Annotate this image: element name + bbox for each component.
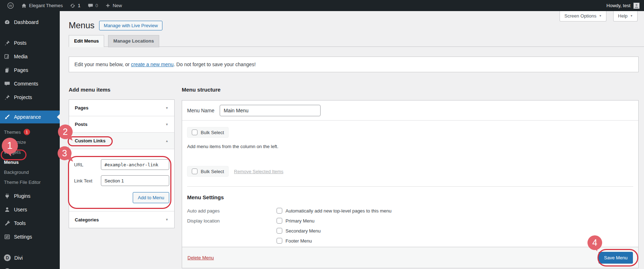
- tab-edit-menus[interactable]: Edit Menus: [69, 35, 104, 47]
- secondary-menu-checkbox[interactable]: [277, 228, 282, 234]
- svg-text:W: W: [9, 4, 12, 8]
- bulk-select-checkbox[interactable]: [192, 168, 197, 174]
- accordion-label: Pages: [75, 105, 88, 111]
- footer-menu-checkbox[interactable]: [277, 238, 282, 244]
- sidebar-item-settings[interactable]: Settings: [0, 231, 60, 243]
- auto-add-pages-row: Auto add pages Automatically add new top…: [187, 208, 633, 214]
- location-option-label: Primary Menu: [286, 218, 314, 224]
- menu-name-row: Menu Name: [182, 101, 638, 121]
- location-option-footer[interactable]: Footer Menu: [277, 238, 321, 244]
- wordpress-logo-menu[interactable]: W: [4, 0, 18, 11]
- bulk-select-toggle-top[interactable]: Bulk Select: [187, 127, 229, 138]
- menu-structure-body: Bulk Select Add menu items from the colu…: [182, 121, 638, 247]
- location-option-secondary[interactable]: Secondary Menu: [277, 228, 321, 234]
- new-content-menu[interactable]: New: [102, 0, 126, 11]
- chevron-down-icon: ▼: [599, 14, 602, 18]
- sidebar-item-pages[interactable]: Pages: [0, 64, 60, 76]
- sidebar-item-label: Posts: [14, 40, 26, 46]
- auto-add-pages-checkbox[interactable]: [277, 208, 282, 214]
- auto-add-pages-label: Auto add pages: [187, 208, 277, 214]
- sidebar-item-comments[interactable]: Comments: [0, 78, 60, 90]
- submenu-item-themes[interactable]: Themes 1: [0, 127, 60, 137]
- comment-bubble-icon: [88, 3, 93, 9]
- avatar: [633, 3, 640, 9]
- accordion-posts[interactable]: Posts ▼: [69, 116, 174, 133]
- location-option-primary[interactable]: Primary Menu: [277, 218, 321, 224]
- submenu-item-label: Background: [4, 170, 29, 175]
- annotation-step-4: 4: [587, 235, 602, 250]
- bulk-select-toggle-bottom[interactable]: Bulk Select: [187, 166, 229, 177]
- chevron-down-icon: ▼: [630, 14, 633, 18]
- sidebar-item-tools[interactable]: Tools: [0, 217, 60, 229]
- submenu-item-background[interactable]: Background: [0, 167, 60, 177]
- pin-icon: [4, 94, 10, 101]
- settings-icon: [4, 234, 10, 240]
- accordion-label: Categories: [75, 217, 99, 222]
- sidebar-item-dashboard[interactable]: Dashboard: [0, 16, 60, 28]
- chevron-up-icon: ▲: [165, 139, 169, 143]
- bulk-select-checkbox[interactable]: [192, 129, 197, 135]
- account-menu[interactable]: Howdy, test: [606, 3, 644, 9]
- site-name-link[interactable]: Elegant Themes: [18, 0, 66, 11]
- sidebar-separator: [0, 244, 60, 251]
- updates-link[interactable]: 1: [66, 0, 84, 11]
- brush-icon: [4, 114, 10, 120]
- menu-structure-heading: Menu structure: [182, 87, 220, 93]
- sidebar-item-label: Comments: [14, 81, 38, 87]
- sidebar-item-posts[interactable]: Posts: [0, 37, 60, 49]
- annotation-step-3: 3: [58, 146, 72, 160]
- accordion-label: Posts: [75, 122, 87, 127]
- divider: [187, 186, 633, 187]
- sidebar-item-label: Divi: [14, 255, 23, 261]
- menu-settings-heading: Menu Settings: [187, 194, 633, 200]
- help-button[interactable]: Help ▼: [613, 11, 638, 21]
- sidebar-item-collapse-menu[interactable]: ◀ Collapse menu: [0, 265, 60, 269]
- auto-add-pages-option[interactable]: Automatically add new top-level pages to…: [277, 208, 391, 214]
- wrench-icon: [4, 220, 10, 226]
- page-header: Menus Manage with Live Preview: [69, 20, 162, 30]
- updates-icon: [70, 3, 75, 9]
- sidebar-item-label: Projects: [14, 94, 32, 100]
- sidebar-item-projects[interactable]: Projects: [0, 91, 60, 103]
- screen-options-button[interactable]: Screen Options ▼: [560, 11, 606, 21]
- comments-link[interactable]: 0: [84, 0, 102, 11]
- sidebar-item-label: Users: [14, 207, 27, 212]
- media-icon: [4, 53, 10, 60]
- delete-menu-link[interactable]: Delete Menu: [187, 255, 214, 260]
- dashboard-icon: [4, 19, 10, 25]
- notice-text-pre: Edit your menu below, or: [74, 62, 131, 67]
- plus-icon: [105, 3, 111, 8]
- menu-name-label: Menu Name: [187, 108, 214, 113]
- sidebar-item-plugins[interactable]: Plugins: [0, 190, 60, 202]
- sidebar-item-label: Appearance: [14, 114, 41, 120]
- sidebar-item-label: Tools: [14, 220, 26, 226]
- plug-icon: [4, 193, 10, 199]
- chevron-down-icon: ▼: [165, 123, 169, 126]
- sidebar-item-appearance[interactable]: Appearance: [0, 111, 60, 123]
- menu-structure-footer: Delete Menu Save Menu: [182, 247, 638, 268]
- wordpress-logo-icon: W: [7, 2, 14, 9]
- sidebar-item-media[interactable]: Media: [0, 50, 60, 63]
- location-option-label: Secondary Menu: [286, 228, 321, 234]
- screen-options-label: Screen Options: [564, 13, 596, 19]
- submenu-item-theme-file-editor[interactable]: Theme File Editor: [0, 177, 60, 187]
- remove-selected-items-link[interactable]: Remove Selected Items: [234, 169, 283, 174]
- accordion-categories[interactable]: Categories ▼: [69, 211, 174, 228]
- sidebar-item-label: Settings: [14, 234, 32, 240]
- annotation-step-2: 2: [58, 124, 73, 139]
- sidebar-item-divi[interactable]: D Divi: [0, 251, 60, 264]
- create-new-menu-link[interactable]: create a new menu: [131, 62, 174, 67]
- accordion-pages[interactable]: Pages ▼: [69, 100, 174, 116]
- manage-live-preview-button[interactable]: Manage with Live Preview: [99, 21, 162, 30]
- sidebar-item-users[interactable]: Users: [0, 204, 60, 216]
- tab-manage-locations[interactable]: Manage Locations: [108, 35, 159, 47]
- notice-message: Edit your menu below, or create a new me…: [69, 57, 639, 72]
- menu-name-input[interactable]: [220, 105, 321, 116]
- location-option-label: Footer Menu: [286, 238, 312, 244]
- site-name-label: Elegant Themes: [29, 3, 63, 8]
- bulk-select-label: Bulk Select: [201, 169, 224, 174]
- comments-icon: [4, 80, 10, 87]
- primary-menu-checkbox[interactable]: [277, 218, 282, 224]
- sidebar-item-label: Media: [14, 54, 28, 59]
- user-icon: [4, 206, 10, 213]
